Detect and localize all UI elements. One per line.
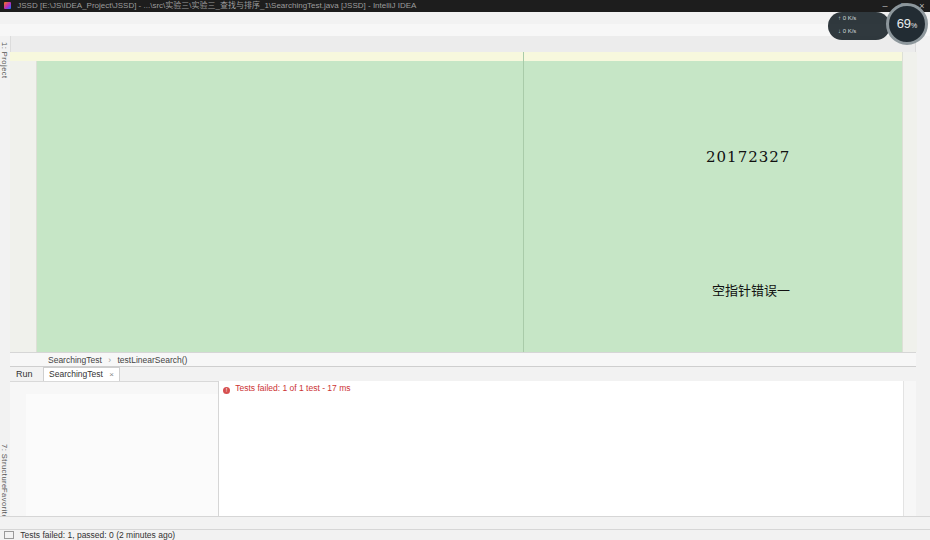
ide-window: JSSD [E:\JS\IDEA_Project\JSSD] - ...\src… [0,0,930,540]
toolwindow-toggle-icon[interactable] [4,531,14,539]
run-toolwindow: Run SearchingTest × ! Tests failed: 1 of… [10,366,916,517]
run-tab[interactable]: SearchingTest × [43,367,120,381]
window-title: JSSD [E:\JS\IDEA_Project\JSSD] - ...\src… [17,1,416,10]
download-speed: ↓ 0 K/s [838,25,890,38]
test-toolbar [26,381,218,395]
editor-breadcrumb: SearchingTest › testLinearSearch() [10,352,916,367]
right-margin-guide [523,52,524,352]
test-console[interactable]: ! Tests failed: 1 of 1 test - 17 ms [219,381,904,517]
right-toolwindow-strip [915,36,930,516]
tests-failed-status: ! Tests failed: 1 of 1 test - 17 ms [223,383,351,394]
crumb-method[interactable]: testLinearSearch() [117,355,187,365]
test-tree [26,394,218,517]
crumb-class[interactable]: SearchingTest [48,355,102,365]
caret-line-highlight [10,52,902,61]
battery-percent-overlay: 69% [886,3,928,45]
intellij-logo-icon [4,2,11,9]
upload-speed: ↑ 0 K/s [838,12,890,25]
toolwindow-tab-project[interactable]: 1: Project [0,42,9,79]
toolwindow-tab-structure[interactable]: 7: Structure [0,444,9,489]
toolwindow-bar [0,516,930,530]
editor-gutter [10,52,37,352]
status-message: Tests failed: 1, passed: 0 (2 minutes ag… [20,530,175,540]
annotation-note: 空指针错误一 [712,280,790,299]
run-tab-close-icon[interactable]: × [109,370,114,379]
test-failed-icon: ! [223,387,230,394]
run-header: Run SearchingTest × [10,367,916,382]
editor-tabbar [10,36,916,53]
titlebar: JSSD [E:\JS\IDEA_Project\JSSD] - ...\src… [0,0,930,12]
run-side-toolbar [10,383,26,517]
status-bar: Tests failed: 1, passed: 0 (2 minutes ag… [0,529,930,540]
network-speed-overlay: ↑ 0 K/s ↓ 0 K/s [828,12,890,40]
run-label: Run [16,369,33,379]
console-side-toolbar [903,381,916,517]
annotation-student-id: 20172327 [706,148,790,166]
crumb-separator: › [104,355,115,365]
code-editor[interactable]: 20172327 空指针错误一 [10,52,902,352]
error-stripe[interactable] [902,52,917,352]
